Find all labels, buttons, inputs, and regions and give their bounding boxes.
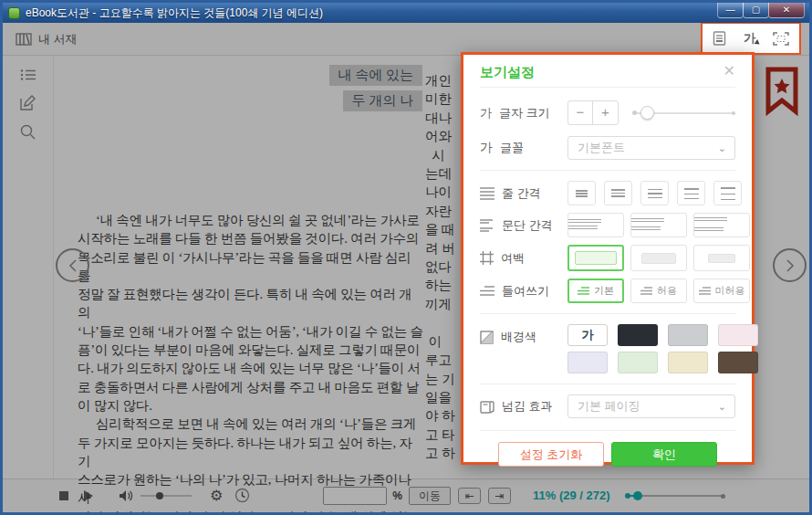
bg-color-swatch[interactable] xyxy=(718,324,758,346)
chevron-down-icon: ⌄ xyxy=(718,142,726,154)
app-window: eBook도서관 - 고요할수록 밝아지는 것들(100쇄 기념 에디션) — … xyxy=(0,0,812,515)
font-size-stepper: − + xyxy=(567,100,619,125)
line-spacing-option-4[interactable] xyxy=(677,181,705,205)
line-spacing-option-1[interactable] xyxy=(567,181,596,205)
font-size-icon: 가 xyxy=(480,105,492,121)
bg-color-swatch[interactable] xyxy=(618,324,658,346)
page-turn-icon xyxy=(480,400,494,414)
indent-icon xyxy=(480,286,494,297)
slider-start-dot xyxy=(632,110,637,115)
close-button[interactable]: ✕ xyxy=(768,3,805,18)
slider-end-dot xyxy=(732,111,735,115)
bg-color-swatch[interactable]: 가 xyxy=(567,324,608,346)
line-spacing-row: 줄 간격 xyxy=(480,181,735,205)
font-size-label: 글자 크기 xyxy=(499,105,550,121)
reading-note-icon[interactable] xyxy=(713,31,726,46)
paragraph-spacing-row: 문단 간격 xyxy=(480,213,735,237)
view-settings-icon[interactable]: 가 xyxy=(744,30,755,47)
bg-color-swatch[interactable] xyxy=(668,352,708,373)
paragraph-spacing-icon xyxy=(480,219,494,232)
bg-swatches: 가 xyxy=(567,324,759,373)
indent-option-3[interactable]: 미허용 xyxy=(693,279,750,303)
margin-row: 여백 xyxy=(480,245,735,271)
line-spacing-icon xyxy=(480,187,494,200)
reset-settings-button[interactable]: 설정 초기화 xyxy=(498,442,604,467)
indent-row: 들여쓰기 기본허용미허용 xyxy=(480,279,735,303)
panel-title: 보기설정 xyxy=(480,64,535,81)
title-bar: eBook도서관 - 고요할수록 밝아지는 것들(100쇄 기념 에디션) — … xyxy=(3,3,809,23)
background-color-row: 배경색 가 xyxy=(480,324,735,373)
margin-option-3[interactable] xyxy=(693,245,750,271)
page-effect-row: 넘김 효과 기본 페이징 ⌄ xyxy=(480,394,735,418)
indent-option-1[interactable]: 기본 xyxy=(567,279,624,303)
indent-mini-icon xyxy=(699,287,711,296)
margin-option-2[interactable] xyxy=(630,245,687,271)
margin-option-1[interactable] xyxy=(567,245,624,271)
paragraph-spacing-option-1[interactable] xyxy=(567,213,624,237)
font-size-row: 가 글자 크기 − + xyxy=(480,100,735,125)
confirm-button[interactable]: 확인 xyxy=(611,442,717,467)
font-row: 가 글꼴 기본폰트 ⌄ xyxy=(480,136,735,160)
font-select-value: 기본폰트 xyxy=(578,140,625,156)
bg-color-swatch[interactable] xyxy=(718,352,758,373)
bg-color-swatch[interactable] xyxy=(567,352,608,373)
window-title: eBook도서관 - 고요할수록 밝아지는 것들(100쇄 기념 에디션) xyxy=(26,5,323,21)
margin-icon xyxy=(480,251,494,265)
font-label: 글꼴 xyxy=(500,140,524,156)
paragraph-spacing-option-2[interactable] xyxy=(630,213,687,237)
indent-mini-icon xyxy=(640,287,652,296)
line-spacing-option-2[interactable] xyxy=(604,181,632,205)
font-size-slider-handle[interactable] xyxy=(640,106,654,120)
font-icon: 가 xyxy=(480,140,493,156)
line-spacing-option-5[interactable] xyxy=(713,181,742,205)
background-color-icon xyxy=(480,331,494,344)
chevron-down-icon: ⌄ xyxy=(718,401,726,413)
font-size-increase-button[interactable]: + xyxy=(593,101,618,124)
font-size-slider[interactable] xyxy=(633,112,735,114)
margin-label: 여백 xyxy=(501,250,525,267)
indent-mini-icon xyxy=(578,287,589,296)
maximize-button[interactable]: ▢ xyxy=(743,3,769,18)
page-effect-label: 넘김 효과 xyxy=(502,398,553,415)
page-effect-select[interactable]: 기본 페이징 ⌄ xyxy=(567,394,735,418)
page-effect-value: 기본 페이징 xyxy=(578,398,640,415)
indent-options: 기본허용미허용 xyxy=(567,279,750,303)
line-spacing-option-3[interactable] xyxy=(640,181,669,205)
paragraph-spacing-label: 문단 간격 xyxy=(502,217,553,234)
bg-color-swatch[interactable] xyxy=(618,352,658,373)
panel-close-icon[interactable]: ✕ xyxy=(724,64,735,79)
line-spacing-label: 줄 간격 xyxy=(502,185,541,202)
minimize-button[interactable]: — xyxy=(717,3,744,18)
background-color-label: 배경색 xyxy=(501,329,536,345)
indent-option-2[interactable]: 허용 xyxy=(630,279,687,303)
font-size-decrease-button[interactable]: − xyxy=(568,101,593,124)
indent-label: 들여쓰기 xyxy=(502,283,549,300)
app-icon xyxy=(8,7,20,19)
bg-color-swatch[interactable] xyxy=(668,324,708,346)
paragraph-spacing-option-3[interactable] xyxy=(693,213,750,237)
font-select[interactable]: 기본폰트 ⌄ xyxy=(567,136,735,160)
view-settings-panel: 보기설정 ✕ 가 글자 크기 − + xyxy=(461,52,755,465)
view-tools-highlight-box: 가 xyxy=(701,23,801,55)
fullscreen-icon[interactable] xyxy=(773,32,789,46)
